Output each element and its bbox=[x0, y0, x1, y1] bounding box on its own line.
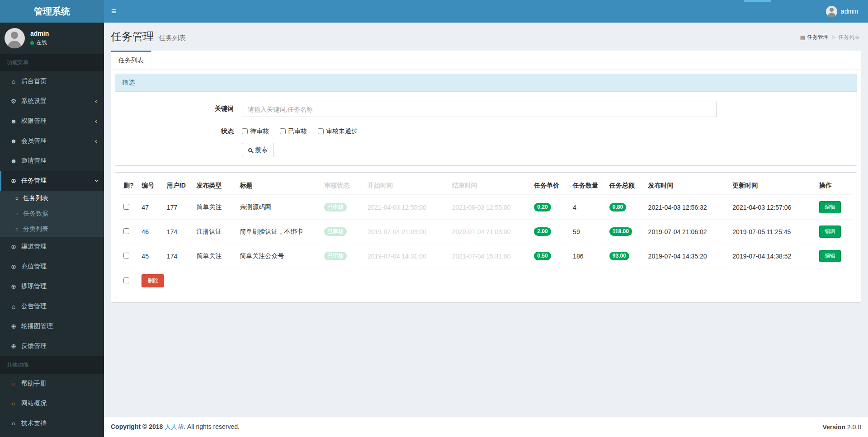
status-option-approved[interactable]: 已审核 bbox=[280, 127, 307, 136]
menu-section-other: 其他功能 bbox=[0, 356, 104, 374]
search-button[interactable]: 搜索 bbox=[242, 143, 274, 157]
search-button-label: 搜索 bbox=[255, 146, 268, 154]
keyword-label: 关键词 bbox=[122, 102, 242, 117]
cell-unit-price: 0.50 bbox=[530, 244, 569, 268]
pending-review-checkbox[interactable] bbox=[242, 128, 248, 134]
chevron-left-icon: ‹ bbox=[95, 117, 97, 125]
sidebar-item-label: 公告管理 bbox=[21, 302, 47, 310]
sidebar-item-label: 帮助手册 bbox=[21, 380, 47, 388]
cell-actions: 编辑 bbox=[816, 244, 852, 268]
navbar-user-name: admin bbox=[841, 8, 858, 15]
cell-publish-time: 2019-07-04 14:35:20 bbox=[645, 244, 729, 268]
breadcrumb-task-management[interactable]: ▦ 任务管理 bbox=[800, 33, 829, 41]
globe-icon: ⊕ bbox=[8, 323, 19, 330]
hamburger-icon: ≡ bbox=[111, 6, 116, 16]
column-header-actions: 操作 bbox=[816, 177, 852, 195]
audit-status-badge: 已审核 bbox=[324, 252, 347, 260]
sidebar-item-invitations[interactable]: ☻ 邀请管理 bbox=[0, 151, 104, 171]
sidebar-item-permissions[interactable]: ☻ 权限管理 ‹ bbox=[0, 111, 104, 131]
delete-button[interactable]: 删除 bbox=[142, 274, 164, 287]
circle-icon: ○ bbox=[8, 420, 19, 427]
cell-audit-status: 已审核 bbox=[321, 195, 364, 220]
sidebar-item-site-overview[interactable]: ○ 网站概况 bbox=[0, 394, 104, 414]
sidebar-item-withdrawals[interactable]: ⊕ 提现管理 bbox=[0, 277, 104, 296]
column-header-type: 发布类型 bbox=[193, 177, 236, 195]
cell-id: 46 bbox=[138, 220, 163, 244]
cell-select bbox=[120, 220, 138, 244]
cell-select bbox=[120, 195, 138, 220]
circle-icon: ○ bbox=[8, 380, 19, 387]
chevron-down-icon: ‹ bbox=[92, 179, 99, 182]
breadcrumb: ▦ 任务管理 > 任务列表 bbox=[800, 33, 860, 41]
edit-button[interactable]: 编辑 bbox=[819, 250, 841, 262]
page-subtitle: 任务列表 bbox=[159, 34, 186, 42]
filter-panel: 筛选 关键词 状态 bbox=[115, 74, 857, 166]
sidebar-item-tech-support[interactable]: ○ 技术支持 bbox=[0, 414, 104, 433]
globe-icon: ⊕ bbox=[8, 243, 19, 250]
sidebar-item-announcements[interactable]: ⌂ 公告管理 bbox=[0, 296, 104, 316]
approved-checkbox[interactable] bbox=[280, 128, 286, 134]
tab-task-list[interactable]: 任务列表 bbox=[111, 51, 151, 69]
search-icon bbox=[248, 148, 252, 152]
sidebar-item-carousel[interactable]: ⊕ 轮播图管理 bbox=[0, 316, 104, 336]
sidebar-item-dashboard[interactable]: ⌂ 后台首页 bbox=[0, 71, 104, 91]
rejected-checkbox[interactable] bbox=[318, 128, 324, 134]
row-checkbox[interactable] bbox=[123, 228, 129, 234]
sidebar-item-label: 渠道管理 bbox=[21, 243, 47, 251]
sidebar-item-tasks[interactable]: ⊕ 任务管理 ‹ bbox=[0, 171, 104, 191]
sidebar-toggle-button[interactable]: ≡ bbox=[104, 0, 123, 23]
navbar-user-menu[interactable]: admin bbox=[816, 0, 868, 23]
cell-update-time: 2021-04-03 12:57:06 bbox=[729, 195, 816, 220]
status-option-rejected[interactable]: 审核未通过 bbox=[318, 127, 358, 136]
user-avatar bbox=[5, 28, 25, 48]
cell-select bbox=[120, 268, 138, 294]
cell-title: 简单刷脸认证，不绑卡 bbox=[236, 220, 321, 244]
status-option-pending[interactable]: 待审核 bbox=[242, 127, 269, 136]
column-header-user-id: 用户ID bbox=[163, 177, 193, 195]
cell-audit-status: 已审核 bbox=[321, 220, 364, 244]
sidebar-item-help-manual[interactable]: ○ 帮助手册 bbox=[0, 374, 104, 394]
circle-icon: ○ bbox=[13, 226, 21, 232]
app-brand[interactable]: 管理系统 bbox=[0, 0, 104, 23]
users-icon: ☻ bbox=[8, 157, 19, 164]
cell-user-id: 174 bbox=[163, 244, 193, 268]
audit-status-badge: 已审核 bbox=[324, 203, 347, 211]
sidebar-subitem-task-data[interactable]: ○ 任务数据 bbox=[0, 206, 104, 221]
unit-price-badge: 2.00 bbox=[534, 227, 551, 236]
column-header-total: 任务总额 bbox=[606, 177, 645, 195]
sidebar: admin 在线 功能菜单 ⌂ 后台首页 ⚙ 系统设置 ‹ ☻ 权限管理 ‹ bbox=[0, 23, 104, 437]
sidebar-user-name: admin bbox=[30, 30, 49, 37]
sidebar-item-channels[interactable]: ⊕ 渠道管理 bbox=[0, 237, 104, 257]
row-checkbox[interactable] bbox=[123, 204, 129, 210]
footer-copyright-text: Copyright © 2018 bbox=[111, 423, 163, 430]
breadcrumb-current: 任务列表 bbox=[838, 33, 860, 41]
row-checkbox[interactable] bbox=[123, 253, 129, 258]
keyword-input[interactable] bbox=[242, 102, 717, 117]
chevron-left-icon: ‹ bbox=[95, 137, 97, 145]
cell-title: 简单关注公众号 bbox=[236, 244, 321, 268]
cell-type: 简单关注 bbox=[193, 195, 236, 220]
sidebar-item-feedback[interactable]: ⊕ 反馈管理 bbox=[0, 336, 104, 356]
select-all-checkbox[interactable] bbox=[123, 277, 129, 283]
audit-status-badge: 已审核 bbox=[324, 227, 347, 236]
footer-brand-link[interactable]: 人人帮 bbox=[165, 423, 184, 430]
cell-total: 93.00 bbox=[606, 244, 645, 268]
column-header-quantity: 任务数量 bbox=[569, 177, 606, 195]
dashboard-icon: ▦ bbox=[800, 34, 805, 41]
sidebar-item-members[interactable]: ☻ 会员管理 ‹ bbox=[0, 131, 104, 151]
edit-button[interactable]: 编辑 bbox=[819, 226, 841, 238]
sidebar-subitem-task-list[interactable]: ○ 任务列表 bbox=[0, 191, 104, 206]
column-header-end-time: 结束时间 bbox=[448, 177, 531, 195]
edit-button[interactable]: 编辑 bbox=[819, 201, 841, 213]
cell-user-id: 177 bbox=[163, 195, 193, 220]
sidebar-item-system-settings[interactable]: ⚙ 系统设置 ‹ bbox=[0, 91, 104, 111]
cell-actions: 编辑 bbox=[816, 195, 852, 220]
sidebar-subitem-category-list[interactable]: ○ 分类列表 bbox=[0, 221, 104, 237]
column-header-audit-status: 审核状态 bbox=[321, 177, 364, 195]
tasks-table-panel: 删? 编号 用户ID 发布类型 标题 审核状态 开始时间 结束时间 任务单价 bbox=[115, 172, 857, 298]
sidebar-item-recharge[interactable]: ⊕ 充值管理 bbox=[0, 257, 104, 277]
table-row: 47 177 简单关注 亲测源码网 已审核 2021-04-03 12:55:0… bbox=[120, 195, 852, 220]
cell-total: 118.00 bbox=[606, 220, 645, 244]
sidebar-item-label: 充值管理 bbox=[21, 263, 47, 271]
sidebar-user-panel: admin 在线 bbox=[0, 23, 104, 54]
